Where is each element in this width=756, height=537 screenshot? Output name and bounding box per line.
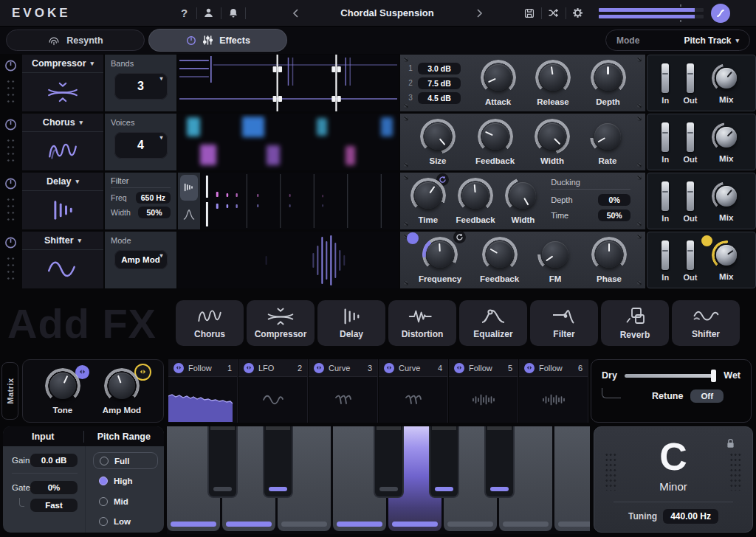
mod-slot-5[interactable]: Follow5 bbox=[449, 359, 518, 423]
settings-gear-icon[interactable] bbox=[568, 4, 588, 22]
preset-prev-icon[interactable] bbox=[286, 4, 306, 22]
save-icon[interactable] bbox=[519, 4, 540, 22]
fx-type-dropdown[interactable]: Compressor▾ bbox=[22, 55, 103, 73]
mod-slot-3[interactable]: Curve3 bbox=[309, 359, 378, 423]
mix-knob[interactable]: Mix bbox=[712, 240, 741, 281]
preset-name[interactable]: Chordal Suspension bbox=[314, 7, 461, 18]
depth-knob[interactable]: Depth bbox=[591, 60, 626, 106]
mod-slot-2[interactable]: LFO2 bbox=[238, 359, 308, 423]
randomize-shuffle-icon[interactable] bbox=[543, 4, 564, 22]
ducking-time-value[interactable]: 50% bbox=[598, 209, 630, 221]
tab-effects[interactable]: Effects bbox=[149, 30, 286, 51]
add-filter-button[interactable]: Filter bbox=[530, 300, 598, 346]
drag-handle[interactable] bbox=[6, 78, 16, 105]
scale-name[interactable]: Minor bbox=[594, 480, 752, 493]
release-knob[interactable]: Release bbox=[535, 60, 571, 106]
black-key-F#[interactable] bbox=[374, 426, 404, 498]
filter-curve-view-button[interactable] bbox=[180, 202, 198, 228]
white-key-C2[interactable] bbox=[554, 426, 590, 531]
input-fader[interactable] bbox=[662, 240, 669, 270]
output-fader[interactable] bbox=[687, 181, 694, 211]
delay-taps-display[interactable] bbox=[202, 173, 399, 229]
modulation-source-indicator-yellow[interactable] bbox=[701, 235, 712, 246]
frequency-knob[interactable]: Frequency bbox=[419, 237, 461, 283]
black-key-C#[interactable] bbox=[207, 426, 238, 498]
band-gain-value[interactable]: 3.0 dB bbox=[418, 63, 461, 75]
mod-slot-1[interactable]: Follow1 bbox=[168, 359, 238, 423]
fx-type-dropdown[interactable]: Delay▾ bbox=[22, 173, 103, 191]
help-icon[interactable]: ? bbox=[174, 4, 195, 22]
band-gain-value[interactable]: 4.5 dB bbox=[418, 92, 461, 104]
lock-icon[interactable] bbox=[725, 437, 736, 449]
preset-next-icon[interactable] bbox=[469, 4, 489, 22]
add-reverb-button[interactable]: Reverb bbox=[601, 300, 669, 346]
input-fader[interactable] bbox=[662, 63, 669, 93]
add-shifter-button[interactable]: Shifter bbox=[672, 300, 740, 346]
mix-knob[interactable]: Mix bbox=[712, 63, 741, 104]
feedback-knob[interactable]: Feedback bbox=[475, 119, 515, 165]
tone-knob[interactable]: Tone bbox=[45, 368, 80, 415]
power-icon[interactable] bbox=[4, 176, 18, 190]
fx-type-dropdown[interactable]: Chorus▾ bbox=[22, 114, 103, 132]
add-chorus-button[interactable]: Chorus bbox=[176, 300, 244, 346]
matrix-tab[interactable]: Matrix bbox=[1, 362, 18, 420]
shifter-display[interactable] bbox=[178, 232, 399, 288]
attack-knob[interactable]: Attack bbox=[481, 60, 516, 106]
mix-knob[interactable]: Mix bbox=[712, 122, 741, 163]
pitch-range-mid[interactable]: Mid bbox=[93, 493, 158, 510]
input-fader[interactable] bbox=[662, 122, 669, 152]
mode-dropdown[interactable]: Mode Pitch Track▾ bbox=[605, 30, 750, 51]
phase-knob[interactable]: Phase bbox=[591, 237, 627, 283]
pitch-range-low[interactable]: Low bbox=[93, 513, 158, 530]
dry-wet-handle[interactable] bbox=[711, 370, 716, 382]
shifter-mode-select[interactable]: Amp Mod▾ bbox=[114, 250, 168, 269]
drag-handle[interactable] bbox=[6, 196, 16, 223]
mod-slot-4[interactable]: Curve4 bbox=[379, 359, 448, 423]
gate-value[interactable]: 0% bbox=[30, 481, 78, 494]
pitch-range-high[interactable]: High bbox=[93, 473, 158, 490]
dry-wet-slider[interactable] bbox=[625, 374, 716, 378]
output-fader[interactable] bbox=[687, 122, 694, 152]
power-icon[interactable] bbox=[4, 58, 18, 72]
power-icon[interactable] bbox=[4, 235, 18, 249]
black-key-D#[interactable] bbox=[263, 426, 293, 498]
compressor-display[interactable] bbox=[178, 55, 399, 111]
width-knob[interactable]: Width bbox=[505, 178, 540, 224]
add-delay-button[interactable]: Delay bbox=[317, 300, 385, 346]
freq-value[interactable]: 650 Hz bbox=[136, 192, 171, 204]
power-icon[interactable] bbox=[4, 117, 18, 131]
signal-curve-button[interactable] bbox=[711, 4, 730, 23]
voices-select[interactable]: 4▾ bbox=[114, 132, 168, 159]
gain-value[interactable]: 0.0 dB bbox=[30, 454, 78, 467]
pitch-range-full[interactable]: Full bbox=[93, 452, 158, 469]
band-gain-value[interactable]: 7.5 dB bbox=[418, 77, 461, 89]
amp-mod-knob[interactable]: Amp Mod bbox=[103, 368, 141, 415]
width-knob[interactable]: Width bbox=[535, 119, 570, 165]
width-value[interactable]: 50% bbox=[138, 207, 171, 218]
input-fader[interactable] bbox=[662, 181, 669, 211]
mix-knob[interactable]: Mix bbox=[712, 181, 741, 222]
bands-select[interactable]: 3▾ bbox=[114, 73, 168, 100]
effects-power-icon[interactable] bbox=[185, 35, 196, 46]
black-key-G#[interactable] bbox=[429, 426, 459, 498]
output-fader[interactable] bbox=[687, 63, 694, 93]
modulation-source-indicator[interactable] bbox=[407, 232, 419, 244]
size-knob[interactable]: Size bbox=[420, 119, 456, 165]
delay-taps-view-button[interactable] bbox=[180, 175, 198, 201]
time-knob[interactable]: Time bbox=[410, 178, 446, 224]
black-key-A#[interactable] bbox=[484, 426, 515, 498]
rate-knob[interactable]: Rate bbox=[590, 119, 625, 165]
tuning-value[interactable]: 440.00 Hz bbox=[663, 509, 718, 524]
drag-handle[interactable] bbox=[6, 137, 16, 164]
output-fader[interactable] bbox=[687, 240, 694, 270]
gate-speed-toggle[interactable]: Fast bbox=[30, 499, 78, 512]
ducking-depth-value[interactable]: 0% bbox=[598, 194, 630, 206]
fx-type-dropdown[interactable]: Shifter▾ bbox=[22, 232, 103, 250]
add-equalizer-button[interactable]: Equalizer bbox=[459, 300, 527, 346]
retune-toggle[interactable]: Off bbox=[690, 389, 724, 403]
add-distortion-button[interactable]: Distortion bbox=[388, 300, 456, 346]
tab-resynth[interactable]: Resynth bbox=[6, 30, 145, 51]
add-compressor-button[interactable]: Compressor bbox=[247, 300, 315, 346]
account-icon[interactable] bbox=[199, 4, 219, 22]
feedback-knob[interactable]: Feedback bbox=[480, 237, 519, 283]
